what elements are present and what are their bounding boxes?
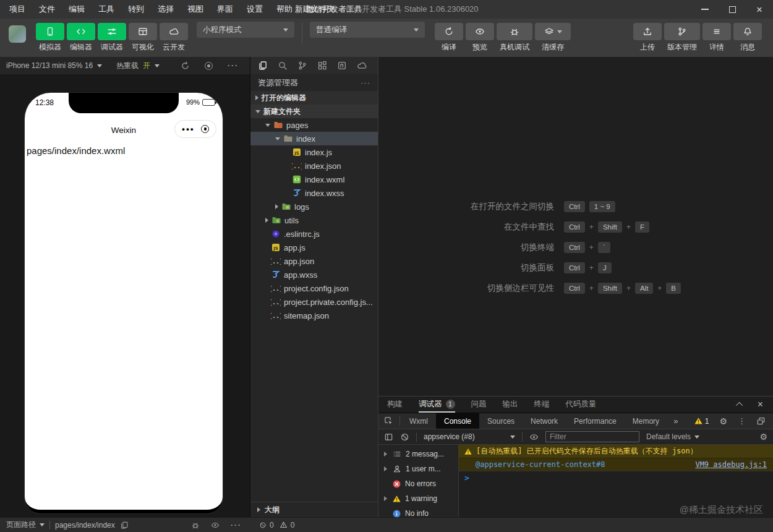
tree-item[interactable]: index <box>250 132 378 145</box>
tree-item[interactable]: logs <box>250 200 378 213</box>
more-icon[interactable]: ··· <box>228 61 239 70</box>
devtools-tab-memory[interactable]: Memory <box>625 413 667 429</box>
copy-icon[interactable] <box>120 521 129 530</box>
more-icon[interactable]: ··· <box>231 521 242 530</box>
menu-item[interactable]: 工具 <box>92 0 121 19</box>
gear-icon[interactable]: ⚙ <box>719 416 727 426</box>
explorer-icon[interactable] <box>258 61 268 71</box>
console-settings-gear-icon[interactable]: ⚙ <box>759 432 767 442</box>
tree-item[interactable]: {..}project.config.json <box>250 281 378 295</box>
compile-mode-select[interactable]: 普通编译 <box>310 22 425 38</box>
more-tabs-icon[interactable]: » <box>667 413 684 429</box>
dock-side-icon[interactable] <box>756 416 766 426</box>
version-control-button[interactable]: 版本管理 <box>664 23 700 53</box>
close-target-icon[interactable] <box>201 125 209 133</box>
cloud-icon[interactable] <box>357 61 367 71</box>
cloud-dev-button[interactable]: 云开发 <box>160 23 188 53</box>
user-avatar[interactable] <box>9 25 26 43</box>
device-select[interactable]: iPhone 12/13 mini 85% 16 <box>6 61 93 70</box>
problem-counters[interactable]: 0 0 <box>250 521 294 530</box>
console-context-row[interactable]: @appservice-current-context#8 VM9 asdebu… <box>459 458 773 471</box>
visualization-button[interactable]: 可视化 <box>129 23 157 53</box>
extensions-icon[interactable] <box>317 61 327 71</box>
kebab-menu-icon[interactable]: ⋮ <box>738 417 746 425</box>
menu-item[interactable]: 选择 <box>151 0 181 19</box>
clear-console-icon[interactable] <box>400 432 409 442</box>
capsule-menu[interactable]: ●●● <box>174 120 216 138</box>
menu-item[interactable]: 文件 <box>32 0 62 19</box>
console-sidebar-toggle-icon[interactable] <box>384 432 393 442</box>
console-sidebar-item[interactable]: 2 messag... <box>378 447 458 461</box>
menu-item[interactable]: 界面 <box>210 0 240 19</box>
outline-section[interactable]: 大纲 <box>250 502 378 517</box>
source-control-icon[interactable] <box>297 61 307 71</box>
console-sidebar-item[interactable]: 1 user m... <box>378 461 458 476</box>
warning-counter[interactable]: 1 <box>694 417 709 426</box>
tree-item[interactable]: {..}index.json <box>250 159 378 173</box>
maximize-button[interactable] <box>719 0 746 19</box>
minimize-button[interactable] <box>691 0 719 19</box>
devtools-tab-network[interactable]: Network <box>523 413 566 429</box>
execution-context-select[interactable]: appservice (#8) <box>424 432 515 441</box>
menu-item[interactable]: 转到 <box>121 0 151 19</box>
clear-cache-button[interactable]: 清缓存 <box>535 23 571 53</box>
menu-item[interactable]: 编辑 <box>62 0 92 19</box>
compile-button[interactable]: 编译 <box>435 23 463 53</box>
tree-item[interactable]: index.wxml <box>250 173 378 186</box>
source-link[interactable]: VM9 asdebug.js:1 <box>695 460 767 469</box>
tree-item[interactable]: pages <box>250 118 378 132</box>
bug-icon[interactable] <box>191 521 200 530</box>
preview-button[interactable]: 预览 <box>466 23 494 53</box>
devtools-tab-sources[interactable]: Sources <box>479 413 523 429</box>
console-sidebar-item[interactable]: 1 warning <box>378 491 458 506</box>
upload-button[interactable]: 上传 <box>633 23 662 53</box>
more-icon[interactable]: ··· <box>361 78 370 87</box>
mode-select[interactable]: 小程序模式 <box>197 22 294 38</box>
close-button[interactable]: × <box>746 0 773 19</box>
menu-item[interactable]: 视图 <box>181 0 210 19</box>
hot-reload-state[interactable]: 开 <box>143 61 150 71</box>
page-path-select[interactable]: 页面路径 <box>6 520 45 530</box>
devtools-tab-wxml[interactable]: Wxml <box>401 413 436 429</box>
log-levels-select[interactable]: Default levels <box>646 432 699 441</box>
inspect-element-icon[interactable] <box>378 413 398 429</box>
collapse-panel-icon[interactable] <box>736 402 743 409</box>
devtools-tab-console[interactable]: Console <box>436 413 479 429</box>
tree-item[interactable]: {..}sitemap.json <box>250 309 378 322</box>
simulator-button[interactable]: 模拟器 <box>36 23 64 53</box>
tree-item[interactable]: {..}project.private.config.js... <box>250 295 378 309</box>
search-icon[interactable] <box>278 61 288 71</box>
tree-item[interactable]: JSindex.js <box>250 145 378 159</box>
live-expression-eye-icon[interactable] <box>529 432 539 442</box>
panel-tab[interactable]: 调试器1 <box>419 397 455 413</box>
console-sidebar-item[interactable]: No info <box>378 506 458 517</box>
details-button[interactable]: 详情 <box>703 23 731 53</box>
chevron-down-icon[interactable] <box>97 64 102 67</box>
hot-reload-label[interactable]: 热重载 <box>116 61 139 71</box>
console-filter-input[interactable] <box>545 431 639 442</box>
devtools-tab-performance[interactable]: Performance <box>566 413 625 429</box>
console-sidebar-item[interactable]: No errors <box>378 476 458 491</box>
messages-button[interactable]: 消息 <box>733 23 762 53</box>
console-warning-row[interactable]: [自动热重载] 已开启代码文件保存后自动热重载（不支持 json） <box>459 445 773 458</box>
tree-item[interactable]: .eslintrc.js <box>250 227 378 241</box>
tree-item[interactable]: index.wxss <box>250 186 378 200</box>
console-prompt[interactable]: > <box>459 471 773 484</box>
context-link[interactable]: @appservice-current-context#8 <box>476 460 605 469</box>
panel-tab[interactable]: 输出 <box>503 397 518 413</box>
tree-item[interactable]: {..}app.json <box>250 254 378 268</box>
close-icon[interactable]: × <box>758 399 763 410</box>
stop-icon[interactable] <box>205 62 213 70</box>
more-icon[interactable]: ●●● <box>182 126 195 132</box>
tree-section[interactable]: 打开的编辑器 <box>250 91 378 105</box>
npm-icon[interactable] <box>337 61 347 71</box>
tree-item[interactable]: utils <box>250 213 378 227</box>
menu-item[interactable]: 设置 <box>240 0 270 19</box>
device-debug-button[interactable]: 真机调试 <box>497 23 532 53</box>
panel-tab[interactable]: 代码质量 <box>566 397 597 413</box>
menu-item[interactable]: 项目 <box>2 0 32 19</box>
chevron-down-icon[interactable] <box>155 64 160 67</box>
restart-icon[interactable] <box>181 61 190 71</box>
panel-tab[interactable]: 问题 <box>471 397 487 413</box>
eye-icon[interactable] <box>211 521 220 530</box>
